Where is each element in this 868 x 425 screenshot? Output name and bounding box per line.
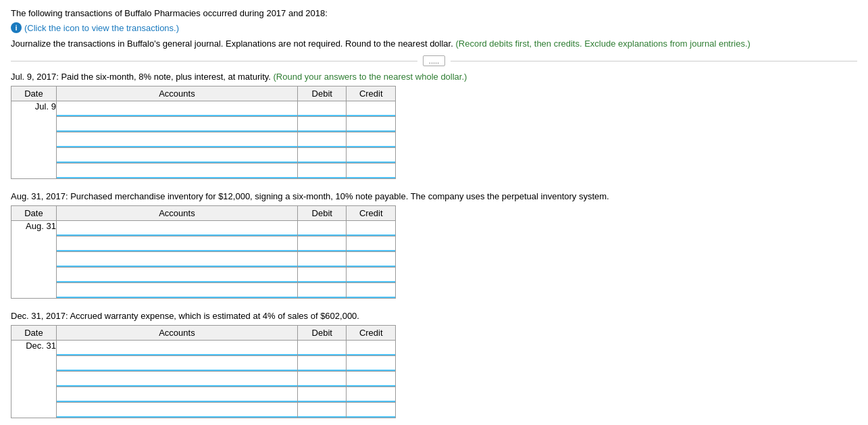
accounts-input[interactable] xyxy=(57,252,297,267)
table-row xyxy=(11,117,396,132)
col-debit-1: Debit xyxy=(297,86,347,101)
debit-input[interactable] xyxy=(298,341,347,355)
accounts-input[interactable] xyxy=(57,372,297,386)
col-date-3: Date xyxy=(11,326,57,341)
debit-input[interactable] xyxy=(298,356,347,371)
accounts-input[interactable] xyxy=(57,268,297,282)
table-row xyxy=(11,387,396,403)
accounts-input[interactable] xyxy=(57,403,297,418)
credit-input[interactable] xyxy=(347,403,395,418)
credit-input[interactable] xyxy=(347,164,395,178)
section2-table: Date Accounts Debit Credit Aug. 31 xyxy=(11,205,396,299)
accounts-input[interactable] xyxy=(57,132,297,147)
table-row: Dec. 31 xyxy=(11,341,396,356)
accounts-input[interactable] xyxy=(57,221,297,236)
table-row xyxy=(11,236,396,252)
divider: ..... xyxy=(11,55,857,66)
credit-input[interactable] xyxy=(347,283,395,298)
table-row xyxy=(11,164,396,179)
table-row xyxy=(11,132,396,148)
credit-input[interactable] xyxy=(347,101,395,116)
credit-input[interactable] xyxy=(347,252,395,267)
accounts-input[interactable] xyxy=(57,341,297,355)
credit-input[interactable] xyxy=(347,387,395,402)
click-icon-link[interactable]: i (Click the icon to view the transactio… xyxy=(11,22,179,33)
debit-input[interactable] xyxy=(298,387,347,402)
section2-title: Aug. 31, 2017: Purchased merchandise inv… xyxy=(11,191,857,201)
date-label-dec31: Dec. 31 xyxy=(11,341,57,418)
credit-input[interactable] xyxy=(347,372,395,386)
accounts-input[interactable] xyxy=(57,356,297,371)
table-row: Jul. 9 xyxy=(11,101,396,117)
col-credit-2: Credit xyxy=(347,206,396,221)
divider-dots: ..... xyxy=(423,55,445,66)
col-credit-3: Credit xyxy=(347,326,396,341)
accounts-input[interactable] xyxy=(57,117,297,132)
debit-input[interactable] xyxy=(298,132,347,147)
table-row xyxy=(11,356,396,372)
instruction-text: Journalize the transactions in Buffalo's… xyxy=(11,39,857,49)
credit-input[interactable] xyxy=(347,117,395,132)
credit-input[interactable] xyxy=(347,132,395,147)
intro-text: The following transactions of Buffalo Ph… xyxy=(11,8,857,18)
table-row xyxy=(11,283,396,299)
section1-table: Date Accounts Debit Credit Jul. 9 xyxy=(11,86,396,179)
instruction-green: (Record debits first, then credits. Excl… xyxy=(455,39,750,49)
credit-input[interactable] xyxy=(347,268,395,282)
debit-input[interactable] xyxy=(298,117,347,132)
section1-title-green: (Round your answers to the nearest whole… xyxy=(274,72,467,82)
table-row xyxy=(11,372,396,387)
credit-input[interactable] xyxy=(347,221,395,236)
col-accounts-3: Accounts xyxy=(56,326,297,341)
credit-input[interactable] xyxy=(347,236,395,251)
accounts-input[interactable] xyxy=(57,148,297,163)
info-icon: i xyxy=(11,22,22,33)
debit-input[interactable] xyxy=(298,372,347,386)
table-row xyxy=(11,268,396,283)
accounts-input[interactable] xyxy=(57,164,297,178)
col-date-2: Date xyxy=(11,206,57,221)
credit-input-cell[interactable] xyxy=(347,101,396,117)
col-accounts-1: Accounts xyxy=(56,86,297,101)
col-debit-3: Debit xyxy=(297,326,347,341)
credit-input[interactable] xyxy=(347,356,395,371)
debit-input[interactable] xyxy=(298,221,347,236)
debit-input[interactable] xyxy=(298,283,347,298)
table-row xyxy=(11,403,396,418)
debit-input[interactable] xyxy=(298,164,347,178)
col-accounts-2: Accounts xyxy=(56,206,297,221)
section-jul9: Jul. 9, 2017: Paid the six-month, 8% not… xyxy=(11,72,857,179)
table-row xyxy=(11,252,396,268)
section3-table: Date Accounts Debit Credit Dec. 31 xyxy=(11,325,396,418)
accounts-input-cell[interactable] xyxy=(56,101,297,117)
debit-input[interactable] xyxy=(298,236,347,251)
debit-input-cell[interactable] xyxy=(297,101,347,117)
col-date-1: Date xyxy=(11,86,57,101)
section-dec31: Dec. 31, 2017: Accrued warranty expense,… xyxy=(11,311,857,418)
debit-input[interactable] xyxy=(298,252,347,267)
accounts-input[interactable] xyxy=(57,236,297,251)
debit-input[interactable] xyxy=(298,403,347,418)
section3-title: Dec. 31, 2017: Accrued warranty expense,… xyxy=(11,311,857,321)
section-aug31: Aug. 31, 2017: Purchased merchandise inv… xyxy=(11,191,857,299)
click-link-text: (Click the icon to view the transactions… xyxy=(24,23,179,33)
accounts-input[interactable] xyxy=(57,283,297,298)
debit-input[interactable] xyxy=(298,148,347,163)
accounts-input[interactable] xyxy=(57,387,297,402)
date-label-aug31: Aug. 31 xyxy=(11,221,57,299)
debit-input[interactable] xyxy=(298,101,347,116)
col-debit-2: Debit xyxy=(297,206,347,221)
section1-title: Jul. 9, 2017: Paid the six-month, 8% not… xyxy=(11,72,857,82)
col-credit-1: Credit xyxy=(347,86,396,101)
debit-input[interactable] xyxy=(298,268,347,282)
table-row: Aug. 31 xyxy=(11,221,396,236)
credit-input[interactable] xyxy=(347,341,395,355)
table-row xyxy=(11,148,396,164)
credit-input[interactable] xyxy=(347,148,395,163)
date-label-jul9: Jul. 9 xyxy=(11,101,57,179)
accounts-input[interactable] xyxy=(57,101,297,116)
